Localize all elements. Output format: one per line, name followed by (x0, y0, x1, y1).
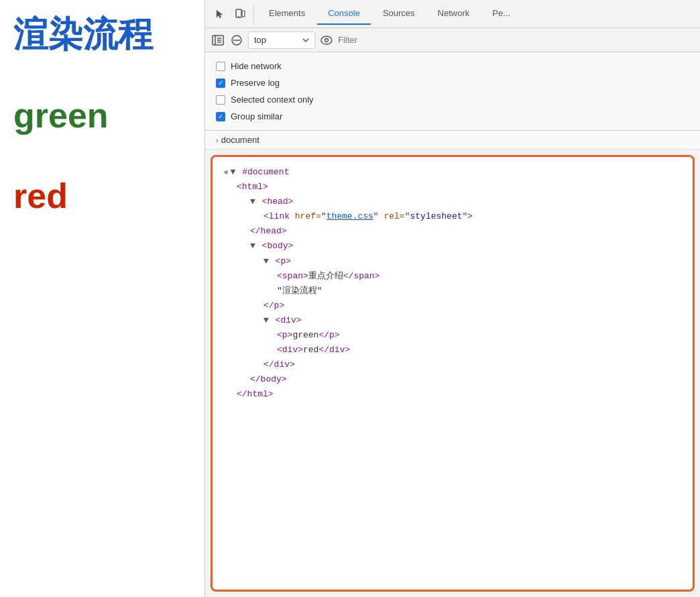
console-sidebar-icon[interactable] (211, 33, 225, 48)
quote4: "> (463, 209, 473, 224)
dom-line-document: ◄ ▼ #document (223, 165, 682, 180)
html-open-tag: <html> (237, 180, 268, 195)
p-open-tag: <p> (276, 254, 291, 269)
context-value: top (254, 35, 266, 45)
svg-point-10 (321, 36, 332, 44)
dom-line-div: ▼ <div> (223, 313, 682, 328)
dom-line-div-close: </div> (223, 358, 682, 372)
p-green-open: <p> (277, 328, 292, 343)
span-text: 重点介绍 (308, 269, 343, 284)
document-text: document (221, 135, 259, 145)
webpage-red-text: red (13, 176, 191, 216)
dom-line-link: <link href= " theme.css " rel= " stylesh… (223, 209, 682, 224)
devtools-tab-bar: Elements Console Sources Network Pe... (205, 0, 700, 28)
devtools-panel: Elements Console Sources Network Pe... (205, 0, 700, 597)
expand-head-toggle[interactable]: ▼ (250, 195, 261, 209)
quote1: " (321, 209, 327, 224)
group-similar-checkbox[interactable]: ✓ (216, 112, 225, 121)
preserve-log-check-icon: ✓ (218, 80, 223, 87)
green-text-node: green (292, 328, 318, 343)
link-tag-open: <link (264, 209, 295, 224)
back-arrow-icon: ◄ (223, 166, 228, 179)
tab-elements[interactable]: Elements (258, 3, 316, 25)
dom-line-p-close: </p> (223, 298, 682, 313)
quote2: " (373, 209, 384, 224)
selected-context-checkbox[interactable] (216, 95, 225, 105)
preserve-log-row: ✓ Preserve log (216, 74, 689, 91)
tab-sources[interactable]: Sources (372, 3, 426, 25)
div-open-tag: <div> (276, 313, 302, 328)
div-red-open: <div> (277, 343, 303, 358)
body-close-tag: </body> (250, 372, 287, 387)
span-close: </span> (343, 269, 380, 284)
dom-line-body-close: </body> (223, 372, 682, 387)
preserve-log-checkbox[interactable]: ✓ (216, 78, 225, 88)
toolbar-divider (253, 6, 254, 22)
svg-point-2 (238, 15, 239, 17)
p-close-tag: </p> (264, 298, 284, 313)
document-area: › document (205, 131, 700, 150)
hide-network-label: Hide network (231, 61, 282, 71)
device-toggle-icon[interactable] (231, 5, 249, 23)
svg-rect-1 (242, 11, 245, 17)
theme-css-link[interactable]: theme.css (327, 209, 373, 224)
dom-line-div-red: <div> red </div> (223, 343, 682, 358)
div-red-close: </div> (318, 343, 350, 358)
cursor-icon[interactable] (211, 5, 229, 23)
head-close-tag: </head> (250, 224, 287, 239)
webpage-title: 渲染流程 (13, 13, 191, 55)
head-open-tag: <head> (262, 195, 294, 209)
dom-viewer[interactable]: ◄ ▼ #document <html> ▼ <head> <link href… (211, 155, 695, 592)
dom-line-p-green: <p> green </p> (223, 328, 682, 343)
dom-line-p: ▼ <p> (223, 254, 682, 269)
expand-p-toggle[interactable]: ▼ (264, 254, 274, 269)
dom-line-span: <span> 重点介绍 </span> (223, 269, 682, 284)
rel-attr-name: rel= (384, 209, 404, 224)
clear-console-icon[interactable] (229, 33, 244, 48)
webpage-panel: 渲染流程 green red (0, 0, 205, 597)
tab-performance[interactable]: Pe... (481, 3, 521, 25)
p-green-close: </p> (318, 328, 339, 343)
group-similar-check-icon: ✓ (218, 113, 223, 120)
dom-line-html: <html> (223, 180, 682, 195)
settings-panel: Hide network ✓ Preserve log Selected con… (205, 52, 700, 131)
red-text-node: red (303, 343, 318, 358)
tab-console[interactable]: Console (317, 3, 371, 25)
context-selector[interactable]: top (248, 32, 315, 49)
chevron-right-icon: › (216, 136, 219, 144)
render-text-node: "渲染流程" (277, 284, 323, 298)
selected-context-label: Selected context only (231, 95, 314, 105)
dom-line-head: ▼ <head> (223, 195, 682, 209)
dom-line-text-node: "渲染流程" (223, 284, 682, 298)
expand-document-toggle[interactable]: ▼ (231, 165, 241, 180)
href-attr-name: href= (295, 209, 321, 224)
hide-network-checkbox[interactable] (216, 62, 225, 71)
console-toolbar: top (205, 28, 700, 52)
document-node: #document (242, 165, 289, 180)
webpage-green-text: green (13, 95, 191, 135)
quote3: " (405, 209, 410, 224)
selected-context-row: Selected context only (216, 91, 689, 108)
group-similar-row: ✓ Group similar (216, 108, 689, 125)
dom-line-body: ▼ <body> (223, 239, 682, 254)
document-label[interactable]: › document (216, 135, 689, 145)
group-similar-label: Group similar (231, 111, 282, 121)
html-close-tag: </html> (237, 387, 274, 402)
preserve-log-label: Preserve log (231, 78, 280, 88)
dom-line-html-close: </html> (223, 387, 682, 402)
expand-div-toggle[interactable]: ▼ (264, 313, 274, 328)
body-open-tag: <body> (262, 239, 294, 254)
div-close-tag: </div> (264, 358, 295, 372)
hide-network-row: Hide network (216, 58, 689, 74)
dom-line-head-close: </head> (223, 224, 682, 239)
tab-network[interactable]: Network (427, 3, 481, 25)
span-open: <span> (277, 269, 308, 284)
stylesheet-value: stylesheet (410, 209, 463, 224)
filter-input[interactable] (338, 35, 695, 45)
svg-point-11 (325, 38, 329, 42)
expand-body-toggle[interactable]: ▼ (250, 239, 261, 254)
live-expressions-icon[interactable] (319, 33, 334, 48)
